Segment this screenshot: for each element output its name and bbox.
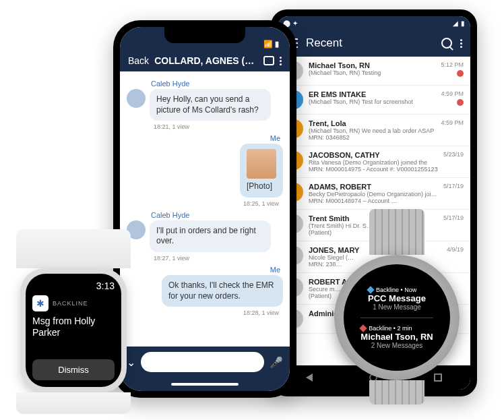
item-title: Michael Tson, RN <box>309 61 435 69</box>
chat-body: Caleb Hyde Hey Holly, can you send a pic… <box>120 71 290 347</box>
item-title: ADAMS, ROBERT <box>309 183 438 191</box>
message-bubble: Hey Holly, can you send a picture of Ms … <box>150 89 271 121</box>
notification-text: Msg from Holly Parker <box>32 316 115 338</box>
round-watch: Backline • Now PCC Message 1 New Message… <box>326 209 468 404</box>
item-time: 4:59 PM <box>441 90 464 109</box>
back-button[interactable]: Back <box>128 55 149 66</box>
iphone-header: Back COLLARD, AGNES (09/02… <box>120 50 290 71</box>
item-title: ER EMS INTAKE <box>309 90 435 98</box>
message-row: [Photo] <box>127 144 283 198</box>
me-label: Me <box>151 134 280 142</box>
recent-item[interactable]: ADAMS, ROBERT Becky DePietropaolo (Demo … <box>278 178 470 210</box>
apple-watch: 3:13 ✱ BACKLINE Msg from Holly Parker Di… <box>16 229 131 414</box>
sender-name: Caleb Hyde <box>151 80 283 88</box>
kebab-icon[interactable] <box>460 39 462 48</box>
watch-band-bottom <box>16 392 131 414</box>
separator <box>360 318 433 318</box>
search-icon[interactable] <box>441 38 452 49</box>
message-bubble: I'll put in orders and be right over. <box>150 220 271 252</box>
app-icon: ✱ <box>32 295 49 311</box>
item-sub: (Michael Tson, RN) Test for screenshot <box>309 98 435 105</box>
sender-name: Caleb Hyde <box>151 211 283 219</box>
item-sub: (Michael Tson, RN) Testing <box>309 69 435 76</box>
notification-header: ✱ BACKLINE <box>32 295 115 311</box>
watch-screen: Backline • Now PCC Message 1 New Message… <box>344 264 450 371</box>
unread-dot <box>457 99 464 106</box>
recent-item[interactable]: Trent, Lola (Michael Tson, RN) We need a… <box>278 115 470 146</box>
watch-band-top <box>16 229 131 268</box>
notification-source: Backline • Now <box>368 287 426 293</box>
item-time: 5/17/19 <box>443 183 464 204</box>
watch-time: 3:13 <box>32 280 115 291</box>
item-sub: Rita Vanesa (Demo Organization) joined t… <box>309 159 438 166</box>
android-header: Recent <box>278 30 470 57</box>
watch-body: 3:13 ✱ BACKLINE Msg from Holly Parker Di… <box>20 268 127 392</box>
home-indicator <box>120 378 290 391</box>
message-bubble: Ok thanks, I'll check the EMR for your n… <box>162 275 283 307</box>
message-bubble: [Photo] <box>240 144 283 198</box>
app-name: BACKLINE <box>53 300 88 307</box>
watch-body: Backline • Now PCC Message 1 New Message… <box>334 255 460 380</box>
notification-title: PCC Message <box>368 293 426 303</box>
item-title: Trent, Lola <box>309 119 435 127</box>
iphone: 📶 ▮ Back COLLARD, AGNES (09/02… Caleb Hy… <box>113 20 296 398</box>
item-sub: (Michael Tson, RN) We need a lab order A… <box>309 127 435 134</box>
iphone-screen: 📶 ▮ Back COLLARD, AGNES (09/02… Caleb Hy… <box>120 27 290 391</box>
notification-title: Michael Tson, RN <box>360 332 433 342</box>
item-time: 5:12 PM <box>441 61 464 80</box>
notification-sub: 1 New Message <box>368 303 426 311</box>
message-row: I'll put in orders and be right over. <box>127 220 283 252</box>
message-meta: 18:25, 1 view <box>154 200 279 207</box>
item-title: JACOBSON, CATHY <box>309 151 438 159</box>
diamond-icon <box>360 324 367 332</box>
avatar <box>127 89 146 108</box>
photo-label: [Photo] <box>247 181 272 191</box>
item-sub2: MRN: M000014975 - Account #: V0000125512… <box>309 166 438 173</box>
item-sub2: MRN: M000148974 – Account … <box>309 198 438 204</box>
item-time: 4:59 PM <box>441 119 464 141</box>
input-bar: ⌄ 🎤 <box>120 347 290 378</box>
item-sub: Becky DePietropaolo (Demo Organization) … <box>309 191 438 198</box>
kebab-icon[interactable] <box>280 57 282 65</box>
item-sub2: MRN: 0346852 <box>309 134 435 141</box>
notification-item[interactable]: Backline • 2 min Michael Tson, RN 2 New … <box>360 321 433 353</box>
watch-screen: 3:13 ✱ BACKLINE Msg from Holly Parker Di… <box>26 274 121 387</box>
chat-icon[interactable] <box>263 56 274 65</box>
notification-item[interactable]: Backline • Now PCC Message 1 New Message <box>368 282 426 315</box>
recent-item[interactable]: JACOBSON, CATHY Rita Vanesa (Demo Organi… <box>278 146 470 178</box>
nav-back-icon[interactable] <box>306 373 313 382</box>
message-input[interactable] <box>141 352 264 372</box>
message-meta: 18:27, 1 view <box>154 255 283 262</box>
status-icons: 📶 ▮ <box>263 40 279 49</box>
mic-icon[interactable]: 🎤 <box>270 356 283 369</box>
watch-band-bottom <box>369 380 424 404</box>
android-status-bar: ⬤ ✦ ◢▮ <box>278 16 470 30</box>
photo-thumbnail[interactable] <box>247 149 276 179</box>
iphone-notch <box>164 27 245 43</box>
watch-band-top <box>369 209 424 255</box>
notification-sub: 2 New Messages <box>360 342 433 349</box>
message-row: Ok thanks, I'll check the EMR for your n… <box>127 275 283 307</box>
chat-title: COLLARD, AGNES (09/02… <box>154 55 258 66</box>
diamond-icon <box>367 286 374 293</box>
recent-item[interactable]: Michael Tson, RN (Michael Tson, RN) Test… <box>278 57 470 86</box>
notification-source: Backline • 2 min <box>360 325 433 332</box>
message-meta: 18:21, 1 view <box>154 123 283 130</box>
unread-dot <box>457 70 464 77</box>
recent-title: Recent <box>306 36 433 50</box>
item-time: 5/23/19 <box>443 151 464 173</box>
message-row: Hey Holly, can you send a picture of Ms … <box>127 89 283 121</box>
message-meta: 18:28, 1 view <box>154 309 279 316</box>
status-right: ◢▮ <box>453 20 465 27</box>
recent-item[interactable]: ER EMS INTAKE (Michael Tson, RN) Test fo… <box>278 86 470 115</box>
me-label: Me <box>151 266 280 274</box>
dismiss-button[interactable]: Dismiss <box>32 359 115 380</box>
